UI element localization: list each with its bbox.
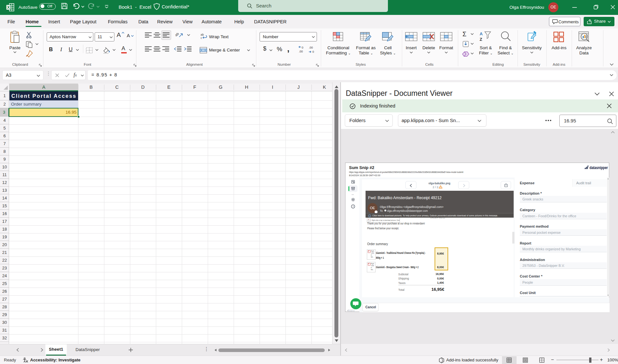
svg-text:.00: .00 [299,50,303,53]
svg-text:0: 0 [302,46,303,49]
svg-text:ab: ab [175,32,180,37]
svg-text:?: ? [352,205,354,208]
svg-text:c: c [201,36,202,40]
svg-text:X: X [7,5,10,10]
svg-text:0: 0 [312,50,314,53]
svg-text:i: i [369,215,370,217]
svg-text:A: A [480,31,483,36]
svg-text:Z: Z [480,37,482,42]
svg-text:ab: ab [201,33,204,36]
svg-text:.00: .00 [309,46,313,49]
